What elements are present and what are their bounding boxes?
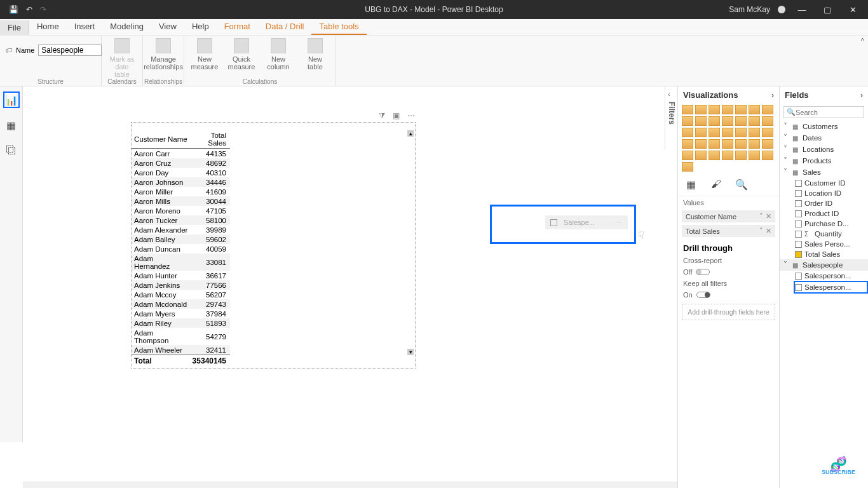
viz-type-button[interactable] bbox=[735, 105, 747, 114]
new-measure-button[interactable]: New measure bbox=[189, 38, 220, 71]
viz-type-button[interactable] bbox=[735, 116, 747, 126]
name-input[interactable] bbox=[38, 44, 102, 56]
table-row[interactable]: Adam Myers37984 bbox=[132, 309, 230, 318]
field-item[interactable]: Customer ID bbox=[780, 178, 868, 188]
table-row[interactable]: Adam Mccoy56207 bbox=[132, 290, 230, 299]
field-item[interactable]: Sales Perso... bbox=[780, 239, 868, 249]
redo-icon[interactable]: ↷ bbox=[40, 5, 46, 14]
viz-type-button[interactable] bbox=[682, 162, 693, 172]
viz-type-button[interactable] bbox=[735, 139, 747, 149]
tab-insert[interactable]: Insert bbox=[67, 19, 103, 35]
viz-type-button[interactable] bbox=[762, 151, 773, 160]
slicer-more-icon[interactable]: ⋯ bbox=[615, 219, 623, 227]
report-canvas[interactable]: ⧩ ▣ ⋯ Customer Name Total Sales Aaron Ca… bbox=[23, 86, 677, 444]
table-row[interactable]: Adam Alexander39989 bbox=[132, 225, 230, 234]
viz-type-button[interactable] bbox=[735, 128, 747, 137]
table-row[interactable]: Adam Jenkins77566 bbox=[132, 280, 230, 290]
viz-type-button[interactable] bbox=[722, 105, 733, 114]
field-item[interactable]: Salesperson... bbox=[780, 271, 868, 281]
undo-icon[interactable]: ↶ bbox=[26, 5, 32, 14]
viz-type-button[interactable] bbox=[749, 139, 760, 149]
format-paint-tab[interactable]: 🖌 bbox=[710, 178, 722, 191]
table-products[interactable]: ˅▦Products bbox=[780, 155, 868, 166]
table-locations[interactable]: ˅▦Locations bbox=[780, 144, 868, 155]
user-name[interactable]: Sam McKay bbox=[729, 5, 770, 14]
table-row[interactable]: Aaron Mills30044 bbox=[132, 196, 230, 206]
viz-type-button[interactable] bbox=[709, 105, 720, 114]
tab-data-drill[interactable]: Data / Drill bbox=[258, 19, 312, 35]
new-column-button[interactable]: New column bbox=[263, 38, 294, 71]
field-item[interactable]: Salesperson... bbox=[794, 281, 868, 294]
viz-type-button[interactable] bbox=[762, 128, 773, 137]
viz-type-button[interactable] bbox=[682, 105, 693, 114]
keep-filters-toggle[interactable] bbox=[696, 292, 710, 298]
tab-view[interactable]: View bbox=[151, 19, 184, 35]
save-icon[interactable]: 💾 bbox=[9, 5, 18, 14]
report-view-button[interactable]: 📊 bbox=[3, 92, 20, 108]
table-row[interactable]: Aaron Day40310 bbox=[132, 168, 230, 177]
format-analytics-tab[interactable]: 🔍 bbox=[735, 178, 748, 191]
cross-report-toggle[interactable] bbox=[696, 269, 710, 275]
slicer-visual-highlighted[interactable]: Salespe... ⋯ ☟ bbox=[490, 205, 636, 244]
ribbon-collapse-button[interactable]: ^ bbox=[861, 37, 864, 44]
viz-type-button[interactable] bbox=[709, 151, 720, 160]
tab-home[interactable]: Home bbox=[29, 19, 67, 35]
table-row[interactable]: Adam Hunter36617 bbox=[132, 271, 230, 280]
viz-type-button[interactable] bbox=[682, 139, 693, 149]
viz-type-button[interactable] bbox=[709, 116, 720, 126]
expand-filters-icon[interactable]: ‹ bbox=[668, 90, 675, 98]
table-sales[interactable]: ˅▦Sales bbox=[780, 166, 868, 178]
chevron-down-icon[interactable]: ˅ bbox=[759, 212, 763, 220]
viz-type-button[interactable] bbox=[682, 151, 693, 160]
well-customer-name[interactable]: Customer Name˅✕ bbox=[682, 210, 775, 222]
field-item[interactable]: Product ID bbox=[780, 208, 868, 219]
fields-search[interactable]: 🔍 bbox=[783, 106, 864, 118]
table-row[interactable]: Adam Mcdonald29743 bbox=[132, 299, 230, 309]
chevron-down-icon[interactable]: ˅ bbox=[759, 227, 763, 235]
visual-more-icon[interactable]: ⋯ bbox=[407, 111, 415, 120]
viz-type-button[interactable] bbox=[749, 105, 760, 114]
tab-table-tools[interactable]: Table tools bbox=[311, 19, 366, 35]
scroll-down-button[interactable]: ▾ bbox=[407, 349, 414, 355]
table-row[interactable]: Adam Riley51893 bbox=[132, 318, 230, 328]
viz-type-button[interactable] bbox=[722, 128, 733, 137]
table-dates[interactable]: ˅▦Dates bbox=[780, 132, 868, 144]
horizontal-scrollbar[interactable] bbox=[23, 482, 677, 488]
visual-focus-icon[interactable]: ▣ bbox=[393, 111, 400, 120]
drillthrough-drop-zone[interactable]: Add drill-through fields here bbox=[682, 304, 775, 320]
data-table[interactable]: Customer Name Total Sales Aaron Carr4413… bbox=[132, 130, 230, 355]
tab-format[interactable]: Format bbox=[217, 19, 258, 35]
visual-filter-icon[interactable]: ⧩ bbox=[379, 111, 385, 120]
table-row[interactable]: Adam Duncan40059 bbox=[132, 244, 230, 254]
table-visual[interactable]: ⧩ ▣ ⋯ Customer Name Total Sales Aaron Ca… bbox=[131, 122, 416, 369]
well-total-sales[interactable]: Total Sales˅✕ bbox=[682, 225, 775, 237]
table-row[interactable]: Aaron Carr44135 bbox=[132, 149, 230, 159]
viz-type-button[interactable] bbox=[695, 105, 707, 114]
format-fields-tab[interactable]: ▦ bbox=[684, 178, 697, 191]
viz-type-button[interactable] bbox=[762, 139, 773, 149]
viz-type-button[interactable] bbox=[709, 139, 720, 149]
table-row[interactable]: Aaron Cruz48692 bbox=[132, 158, 230, 168]
viz-type-button[interactable] bbox=[682, 128, 693, 137]
tab-file[interactable]: File bbox=[0, 20, 29, 35]
viz-type-button[interactable] bbox=[749, 151, 760, 160]
field-item[interactable]: Purchase D... bbox=[780, 219, 868, 229]
tab-help[interactable]: Help bbox=[184, 19, 217, 35]
viz-type-button[interactable] bbox=[695, 116, 707, 126]
viz-type-button[interactable] bbox=[762, 105, 773, 114]
viz-type-button[interactable] bbox=[722, 139, 733, 149]
col-customer-name[interactable]: Customer Name bbox=[132, 130, 190, 149]
col-total-sales[interactable]: Total Sales bbox=[190, 130, 230, 149]
tab-modeling[interactable]: Modeling bbox=[102, 19, 151, 35]
table-row[interactable]: Adam Thompson54279 bbox=[132, 328, 230, 345]
table-row[interactable]: Aaron Tucker58100 bbox=[132, 215, 230, 225]
viz-type-button[interactable] bbox=[749, 128, 760, 137]
viz-type-button[interactable] bbox=[762, 116, 773, 126]
viz-type-button[interactable] bbox=[682, 116, 693, 126]
table-salespeople[interactable]: ˅▦Salespeople bbox=[780, 259, 868, 271]
viz-type-button[interactable] bbox=[722, 151, 733, 160]
viz-type-button[interactable] bbox=[735, 151, 747, 160]
maximize-button[interactable]: ▢ bbox=[818, 5, 836, 15]
table-row[interactable]: Aaron Moreno47105 bbox=[132, 206, 230, 215]
filters-pane-collapsed[interactable]: ‹ Filters bbox=[665, 86, 677, 150]
